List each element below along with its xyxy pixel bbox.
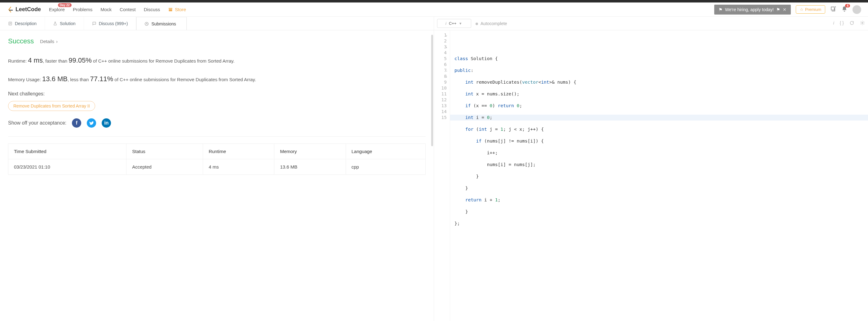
tab-submissions[interactable]: Submissions [136,17,187,30]
memory-summary: Memory Usage: 13.6 MB, less than 77.11% … [8,72,426,86]
nav-discuss[interactable]: Discuss [144,7,160,12]
description-icon [8,21,12,26]
top-nav: LeetCode Explore Day 22 Problems Mock Co… [0,2,868,17]
flag-icon: ⚑ [776,7,780,12]
editor-code[interactable]: class Solution { public: int removeDupli… [450,30,868,321]
col-language: Language [346,143,425,159]
table-header-row: Time Submitted Status Runtime Memory Lan… [8,143,426,159]
cell-language: cpp [346,159,425,174]
editor-actions: i { } [833,21,865,26]
next-challenges-label: Next challenges: [8,91,426,97]
flag-icon: ⚑ [719,7,723,12]
editor-gutter: 1▾23▾4567▾8▾9101112131415 [434,30,450,321]
nav-right: ⚑ We're hiring, apply today! ⚑ ✕ ☆ Premi… [714,5,861,14]
cell-status[interactable]: Accepted [126,159,203,174]
share-label: Show off your acceptance: [8,120,66,126]
chevron-right-icon: › [56,39,58,44]
runtime-summary: Runtime: 4 ms, faster than 99.05% of C++… [8,54,426,67]
tab-discuss[interactable]: Discuss (999+) [84,17,136,30]
nav-store[interactable]: Store [168,7,186,12]
col-time: Time Submitted [8,143,126,159]
editor-panel: i C++ ▾ Autocomplete i { } ●●● 1▾23▾4567… [434,17,868,321]
code-editor[interactable]: ●●● 1▾23▾4567▾8▾9101112131415 class Solu… [434,30,868,321]
linkedin-share-button[interactable]: in [102,118,111,128]
submissions-table: Time Submitted Status Runtime Memory Lan… [8,143,426,175]
problem-tabs: Description Solution Discuss (999+) Subm… [0,17,434,30]
col-runtime: Runtime [203,143,274,159]
left-panel: Description Solution Discuss (999+) Subm… [0,17,434,321]
close-icon[interactable]: ✕ [783,7,786,12]
cell-memory: 13.6 MB [274,159,346,174]
tab-description[interactable]: Description [0,17,45,30]
flask-icon [53,21,57,26]
premium-button[interactable]: ☆ Premium [796,5,825,13]
braces-icon[interactable]: { } [840,21,844,26]
notification-badge: 4 [845,4,850,7]
settings-icon[interactable] [860,21,865,26]
facebook-share-button[interactable]: f [72,118,81,128]
nav-explore[interactable]: Explore Day 22 [49,7,65,12]
info-icon: i [445,21,446,26]
browser-chrome-strip [0,0,868,2]
table-row[interactable]: 03/23/2021 01:10 Accepted 4 ms 13.6 MB c… [8,159,426,174]
nav-mock[interactable]: Mock [100,7,112,12]
discuss-icon [92,21,96,26]
nav-links: Explore Day 22 Problems Mock Contest Dis… [49,7,186,12]
nav-problems[interactable]: Problems [73,7,92,12]
twitter-share-button[interactable] [87,118,96,128]
avatar[interactable] [852,5,861,14]
submission-status: Success [8,37,34,45]
twitter-icon [89,121,94,126]
language-select[interactable]: i C++ ▾ [437,19,471,28]
bell-icon[interactable]: 4 [841,6,847,13]
svg-point-2 [862,22,863,24]
dot-icon [475,23,478,25]
leetcode-logo-icon [7,6,13,13]
store-icon [168,7,173,12]
scrollbar[interactable] [431,35,433,146]
logo[interactable]: LeetCode [7,6,41,13]
playground-icon[interactable] [830,6,836,13]
info-icon[interactable]: i [833,21,834,26]
clock-icon [145,22,149,26]
cell-time: 03/23/2021 01:10 [8,159,126,174]
chevron-down-icon: ▾ [459,21,462,26]
tab-solution[interactable]: Solution [45,17,84,30]
col-memory: Memory [274,143,346,159]
hiring-banner[interactable]: ⚑ We're hiring, apply today! ⚑ ✕ [714,5,791,14]
day-badge: Day 22 [58,3,72,7]
divider [8,136,426,137]
col-status: Status [126,143,203,159]
next-challenge-pill[interactable]: Remove Duplicates from Sorted Array II [8,101,95,111]
nav-contest[interactable]: Contest [120,7,136,12]
autocomplete-toggle[interactable]: Autocomplete [475,21,507,26]
editor-toolbar: i C++ ▾ Autocomplete i { } [434,17,868,30]
cell-runtime: 4 ms [203,159,274,174]
star-icon: ☆ [800,7,804,12]
logo-text: LeetCode [16,6,41,13]
details-link[interactable]: Details › [40,39,58,44]
reset-icon[interactable] [849,21,855,26]
